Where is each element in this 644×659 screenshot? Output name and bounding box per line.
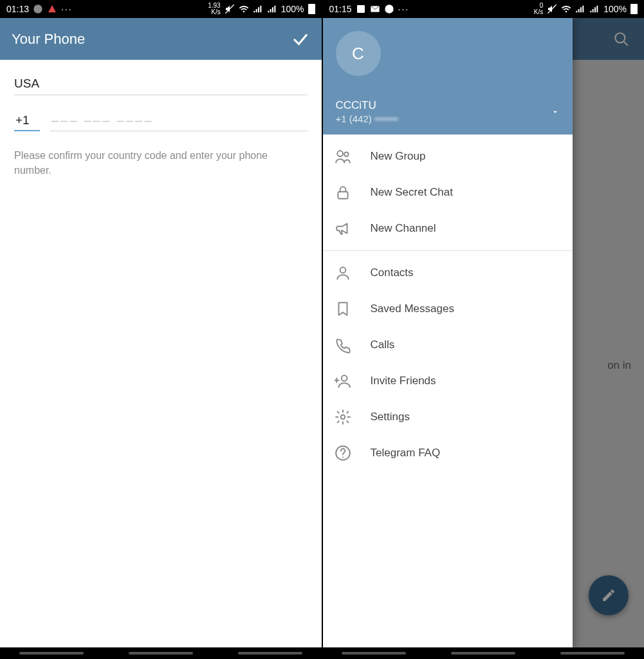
phone-drawer-screen: 01:15 ··· 0K/s 100% on in C <box>322 0 645 659</box>
svg-point-8 <box>337 151 343 156</box>
drawer-item-settings[interactable]: Settings <box>323 399 573 435</box>
mail-icon <box>370 4 380 14</box>
notif-icon <box>33 4 43 14</box>
battery-pct: 100% <box>603 4 627 14</box>
drawer-item-label: Saved Messages <box>371 302 454 315</box>
wifi-icon <box>561 4 571 14</box>
account-phone: +1 (442) ••••••• <box>336 113 551 124</box>
notif-icon-2 <box>47 4 57 14</box>
nav-drawer: C CCCiTU +1 (442) ••••••• New Group New … <box>323 18 573 647</box>
lock-icon <box>335 184 351 201</box>
drawer-item-new-channel[interactable]: New Channel <box>323 210 573 246</box>
signal-icon <box>253 4 263 14</box>
phone-number-input[interactable]: ––– ––– –––– <box>50 111 308 131</box>
call-icon <box>335 337 351 353</box>
country-code-input[interactable]: +1 <box>14 111 40 131</box>
mute-icon <box>225 4 235 14</box>
drawer-item-label: Contacts <box>371 266 414 279</box>
mute-icon <box>547 4 557 14</box>
bookmark-icon <box>335 301 351 317</box>
net-speed: 1.93K/s <box>208 3 220 15</box>
drawer-item-label: New Secret Chat <box>371 186 454 199</box>
divider <box>323 250 573 251</box>
drawer-list: New Group New Secret Chat New Channel Co… <box>323 135 573 647</box>
person-icon <box>335 265 351 281</box>
app-body: on in C CCCiTU +1 (442) ••••••• <box>323 18 645 647</box>
more-icon: ··· <box>61 4 73 14</box>
more-icon: ··· <box>398 4 410 14</box>
app-bar: Your Phone <box>0 18 322 60</box>
signal-icon-2 <box>267 4 277 14</box>
login-form: USA +1 ––– ––– –––– Please confirm your … <box>0 60 322 178</box>
net-speed: 0K/s <box>534 3 543 15</box>
clock: 01:13 <box>6 4 29 14</box>
drawer-item-invite[interactable]: Invite Friends <box>323 363 573 399</box>
phone-login-screen: 01:13 ··· 1.93K/s 100% Your Phone USA +1… <box>0 0 322 659</box>
battery-pct: 100% <box>281 4 304 14</box>
drawer-header[interactable]: C CCCiTU +1 (442) ••••••• <box>323 18 573 135</box>
svg-point-9 <box>344 153 349 157</box>
drawer-item-label: New Group <box>371 150 426 163</box>
country-field[interactable]: USA <box>14 73 308 95</box>
svg-point-11 <box>340 267 345 273</box>
battery-icon <box>308 4 315 14</box>
battery-icon <box>630 4 638 14</box>
svg-point-0 <box>33 5 42 13</box>
megaphone-icon <box>335 220 351 237</box>
svg-point-12 <box>341 375 347 381</box>
group-icon <box>335 148 351 165</box>
image-icon <box>356 4 366 14</box>
drawer-item-faq[interactable]: Telegram FAQ <box>323 435 573 471</box>
drawer-item-new-group[interactable]: New Group <box>323 138 573 174</box>
drawer-item-label: Calls <box>371 339 395 351</box>
chat-icon <box>384 4 394 14</box>
chevron-down-icon[interactable] <box>551 107 560 116</box>
signal-icon-2 <box>589 4 600 14</box>
invite-icon <box>335 373 351 389</box>
confirm-icon[interactable] <box>291 30 310 49</box>
wifi-icon <box>239 4 249 14</box>
svg-rect-2 <box>357 5 365 13</box>
drawer-item-contacts[interactable]: Contacts <box>323 255 573 291</box>
clock: 01:15 <box>329 4 352 14</box>
drawer-item-calls[interactable]: Calls <box>323 327 573 363</box>
avatar[interactable]: C <box>336 31 381 76</box>
drawer-item-saved[interactable]: Saved Messages <box>323 291 573 327</box>
account-name: CCCiTU <box>336 99 551 112</box>
drawer-item-label: Settings <box>371 411 410 423</box>
drawer-item-label: New Channel <box>371 222 436 235</box>
status-bar: 01:15 ··· 0K/s 100% <box>323 0 645 18</box>
nav-bar <box>0 647 322 659</box>
svg-rect-10 <box>338 192 347 199</box>
drawer-item-label: Invite Friends <box>371 375 436 387</box>
drawer-item-label: Telegram FAQ <box>371 447 441 459</box>
svg-point-13 <box>340 415 345 420</box>
status-bar: 01:13 ··· 1.93K/s 100% <box>0 0 322 18</box>
hint-text: Please confirm your country code and ent… <box>14 148 308 178</box>
help-icon <box>335 445 351 461</box>
drawer-item-secret-chat[interactable]: New Secret Chat <box>323 174 573 210</box>
svg-point-4 <box>385 5 393 13</box>
page-title: Your Phone <box>12 31 291 48</box>
gear-icon <box>335 409 351 425</box>
nav-bar <box>323 647 645 659</box>
signal-icon <box>575 4 585 14</box>
